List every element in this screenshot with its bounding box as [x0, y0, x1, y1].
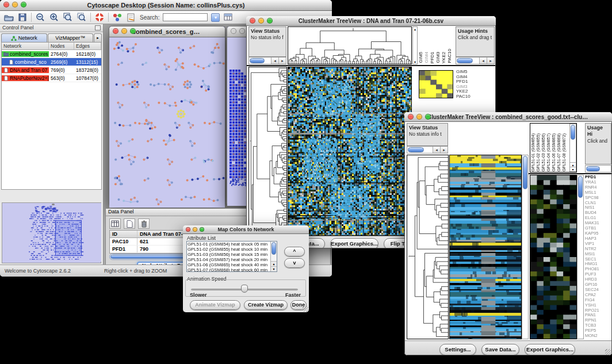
- resize-grip[interactable]: [605, 349, 611, 355]
- search-input[interactable]: [163, 13, 208, 21]
- tab-vizmapper[interactable]: VizMapper™: [48, 33, 94, 42]
- col-id[interactable]: ID: [110, 231, 137, 237]
- close-button[interactable]: [408, 114, 414, 120]
- scroll-down-arrow[interactable]: ▾: [271, 266, 277, 271]
- cytoscape-titlebar[interactable]: Cytoscape Desktop (Session Name: collins…: [0, 0, 332, 11]
- save-icon[interactable]: [17, 13, 28, 22]
- scrollbar-thumb[interactable]: [523, 156, 527, 189]
- scroll-up-arrow[interactable]: ▴: [271, 261, 277, 266]
- col-edges[interactable]: Edges: [74, 43, 101, 49]
- delete-attribute-trash-icon[interactable]: [138, 219, 150, 229]
- selected-genes-matrix-canvas[interactable]: [419, 71, 453, 98]
- scrollbar-thumb[interactable]: [457, 58, 473, 63]
- settings-button[interactable]: Settings...: [439, 344, 476, 355]
- open-file-icon[interactable]: [3, 13, 14, 22]
- col-network[interactable]: Network: [2, 43, 49, 49]
- zoom-button[interactable]: [200, 227, 204, 232]
- table-row[interactable]: RNAPuberNov2+| 563(0) 107847(0): [2, 74, 101, 82]
- resize-grip[interactable]: [303, 306, 308, 312]
- row-dendrogram-canvas[interactable]: [249, 67, 286, 235]
- birdseye-view[interactable]: [2, 202, 101, 263]
- new-attribute-icon[interactable]: [124, 219, 135, 229]
- zoom-in-icon[interactable]: [49, 13, 59, 22]
- scroll-left-arrow[interactable]: ◂: [479, 58, 487, 64]
- close-button[interactable]: [3, 2, 9, 7]
- scroll-right-arrow[interactable]: ▸: [440, 147, 447, 153]
- gene-label[interactable]: PAC10: [456, 94, 491, 99]
- export-graphics-button[interactable]: Export Graphics...: [525, 344, 575, 355]
- tab-overflow-button[interactable]: ▸: [94, 33, 102, 42]
- scroll-up-arrow[interactable]: ▴: [413, 27, 417, 31]
- search-dropdown-button[interactable]: ▼: [211, 13, 220, 22]
- move-up-button[interactable]: ^: [284, 247, 305, 256]
- column-label[interactable]: GPL51-04 (GSM857): [546, 133, 552, 171]
- zoom-button[interactable]: [425, 114, 431, 120]
- save-data-button[interactable]: Save Data...: [481, 344, 519, 355]
- view-status-scrollbar[interactable]: ◂ ▸: [248, 57, 286, 64]
- usage-hints-scrollbar[interactable]: ◂ ▸: [456, 57, 495, 64]
- close-button[interactable]: [250, 18, 255, 24]
- column-label[interactable]: GPL51-08 (GSM872): [562, 133, 567, 171]
- scroll-left-arrow[interactable]: ◂: [271, 58, 278, 64]
- scroll-down-arrow[interactable]: ▾: [570, 167, 576, 171]
- scrollbar-thumb[interactable]: [250, 58, 265, 63]
- column-label[interactable]: PAC10: [447, 49, 453, 63]
- zoom-button[interactable]: [21, 2, 26, 7]
- mini-vscrollbar[interactable]: ▴ ▾: [412, 26, 418, 64]
- export-graphics-button[interactable]: Export Graphics...: [330, 238, 378, 248]
- birdseye-drag-handle[interactable]: [52, 204, 55, 205]
- close-button[interactable]: [231, 28, 236, 34]
- minimize-button[interactable]: [239, 28, 245, 34]
- scrollbar-thumb[interactable]: [571, 125, 575, 140]
- help-lifebuoy-icon[interactable]: [94, 13, 105, 22]
- vizmapper-nodes-icon[interactable]: [112, 13, 123, 22]
- animate-vizmap-button[interactable]: Animate Vizmap: [190, 300, 240, 310]
- treeview1-titlebar[interactable]: ClusterMaker TreeView : DNA and Tran 07-…: [246, 16, 496, 26]
- labels-vscrollbar[interactable]: ▴ ▾: [569, 124, 576, 172]
- zoom-vscrollbar[interactable]: [577, 175, 584, 339]
- zoom-button[interactable]: [130, 28, 136, 34]
- row-dendrogram-canvas[interactable]: [407, 155, 448, 339]
- minimize-button[interactable]: [258, 18, 264, 24]
- global-heatmap-canvas[interactable]: [450, 155, 521, 339]
- global-heatmap-canvas[interactable]: [288, 67, 411, 235]
- attribute-listbox[interactable]: GPL51-01 (GSM854) heat shock 05 minGPL51…: [186, 241, 277, 272]
- minimize-button[interactable]: [12, 2, 18, 7]
- scrollbar-thumb[interactable]: [586, 166, 600, 171]
- minimize-button[interactable]: [193, 227, 197, 232]
- zoom-selected-icon[interactable]: [76, 13, 87, 22]
- usage-hints-scrollbar[interactable]: [585, 165, 611, 173]
- attribute-table-icon[interactable]: [223, 13, 234, 22]
- create-vizmap-button[interactable]: Create Vizmap: [244, 300, 288, 310]
- col-nodes[interactable]: Nodes: [49, 43, 74, 49]
- table-row-selected[interactable]: combined_sco 2569(6) 13112(15): [2, 58, 101, 66]
- column-label[interactable]: GPL51-01 (GSM854): [531, 133, 536, 171]
- tab-network[interactable]: Network: [1, 33, 47, 42]
- annotation-icon[interactable]: [126, 13, 136, 22]
- scroll-down-arrow[interactable]: ▾: [413, 60, 417, 64]
- column-label[interactable]: GPL51-07 (GSM868): [557, 133, 562, 171]
- close-button[interactable]: [186, 227, 190, 232]
- attribute-item[interactable]: GPL51-07 (GSM868) heat shock 60 min: [188, 268, 270, 272]
- view-status-scrollbar[interactable]: ◂ ▸: [407, 146, 448, 154]
- scroll-left-arrow[interactable]: ◂: [433, 147, 440, 153]
- minimize-button[interactable]: [121, 28, 127, 34]
- birdseye-canvas[interactable]: [2, 203, 101, 262]
- attribute-list-vscrollbar[interactable]: ▴ ▾: [270, 242, 277, 271]
- column-label[interactable]: GPL51-03 (GSM856): [541, 133, 546, 171]
- table-row[interactable]: DNA and Tran 07 769(0) 183728(0): [2, 66, 101, 74]
- scroll-right-arrow[interactable]: ▸: [278, 58, 286, 64]
- close-button[interactable]: [113, 28, 118, 34]
- scroll-right-arrow[interactable]: ▸: [487, 58, 494, 64]
- minimize-button[interactable]: [416, 114, 422, 120]
- zoom-heatmap-canvas[interactable]: [530, 175, 576, 339]
- scrollbar-thumb[interactable]: [578, 176, 583, 198]
- network-view-canvas[interactable]: [109, 37, 225, 208]
- zoom-button[interactable]: [267, 18, 273, 24]
- column-label[interactable]: GPL51-02 (GSM855): [536, 133, 541, 171]
- float-panel-icon[interactable]: [95, 25, 101, 30]
- zoom-fit-icon[interactable]: [63, 13, 73, 22]
- column-label[interactable]: GPL51-06 (GSM865): [552, 133, 557, 171]
- gene-label[interactable]: MON2: [585, 334, 612, 339]
- scrollbar-thumb[interactable]: [408, 147, 424, 152]
